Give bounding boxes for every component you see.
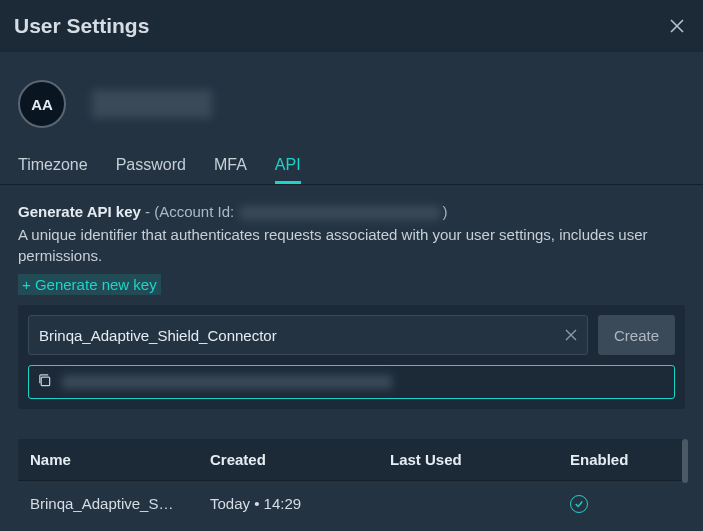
copy-button[interactable] xyxy=(37,373,52,392)
content-area: Generate API key - (Account Id: ) A uniq… xyxy=(0,185,703,527)
col-header-name: Name xyxy=(30,451,210,468)
cell-enabled xyxy=(570,495,673,513)
copy-icon xyxy=(37,373,52,388)
create-key-row: Create xyxy=(18,305,685,365)
tab-mfa[interactable]: MFA xyxy=(214,156,247,184)
col-header-enabled: Enabled xyxy=(570,451,673,468)
tab-api[interactable]: API xyxy=(275,156,301,184)
generate-title-line: Generate API key - (Account Id: ) xyxy=(18,203,685,220)
table-row: Brinqa_Adaptive_S… Today • 14:29 xyxy=(18,481,685,527)
scrollbar[interactable] xyxy=(682,439,688,483)
key-name-input-wrap xyxy=(28,315,588,355)
account-id-suffix: ) xyxy=(442,203,447,220)
generate-description: A unique identifier that authenticates r… xyxy=(18,224,685,266)
generate-new-key-link[interactable]: + Generate new key xyxy=(18,274,161,295)
api-keys-table: Name Created Last Used Enabled Brinqa_Ad… xyxy=(18,439,685,527)
cell-name: Brinqa_Adaptive_S… xyxy=(30,495,210,513)
avatar: AA xyxy=(18,80,66,128)
dialog-header: User Settings xyxy=(0,0,703,52)
cell-lastused xyxy=(390,495,570,513)
x-icon xyxy=(565,329,577,341)
check-icon xyxy=(574,499,584,509)
account-id-prefix: - (Account Id: xyxy=(141,203,239,220)
close-icon xyxy=(669,18,685,34)
generate-title: Generate API key xyxy=(18,203,141,220)
key-name-input[interactable] xyxy=(39,327,565,344)
generated-key-row xyxy=(18,365,685,409)
col-header-created: Created xyxy=(210,451,390,468)
tab-timezone[interactable]: Timezone xyxy=(18,156,88,184)
create-button[interactable]: Create xyxy=(598,315,675,355)
dialog-title: User Settings xyxy=(14,14,149,38)
cell-created: Today • 14:29 xyxy=(210,495,390,513)
clear-input-button[interactable] xyxy=(565,327,577,344)
profile-section: AA xyxy=(0,52,703,128)
svg-rect-0 xyxy=(41,377,49,385)
tabs: Timezone Password MFA API xyxy=(0,128,703,185)
enabled-indicator xyxy=(570,495,588,513)
api-key-redacted xyxy=(62,375,392,389)
username-redacted xyxy=(92,90,212,118)
account-id-redacted xyxy=(240,206,440,220)
generated-key-box xyxy=(28,365,675,399)
tab-password[interactable]: Password xyxy=(116,156,186,184)
avatar-initials: AA xyxy=(31,96,53,113)
table-header-row: Name Created Last Used Enabled xyxy=(18,439,685,481)
close-button[interactable] xyxy=(665,14,689,38)
col-header-lastused: Last Used xyxy=(390,451,570,468)
